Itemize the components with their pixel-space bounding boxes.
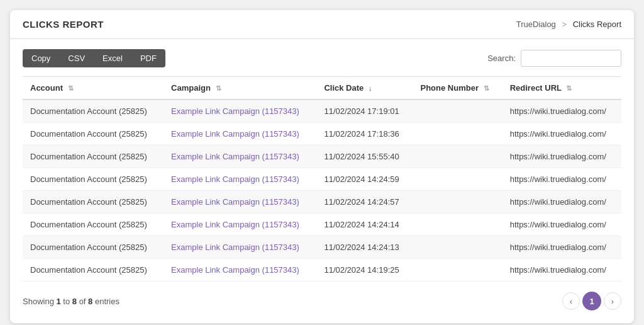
pagination: ‹ 1 ›: [562, 292, 621, 311]
cell-phone_number: [413, 236, 502, 259]
export-buttons: Copy CSV Excel PDF: [23, 49, 165, 67]
col-phone-number-label: Phone Number: [420, 83, 478, 93]
col-redirect-url[interactable]: Redirect URL ⇅: [502, 77, 621, 100]
search-input[interactable]: [521, 50, 621, 67]
breadcrumb-root: TrueDialog: [516, 20, 556, 29]
page-title: CLICKS REPORT: [23, 19, 104, 30]
table-body: Documentation Account (25825)Example Lin…: [23, 100, 621, 282]
cell-account: Documentation Account (25825): [23, 236, 164, 259]
cell-click_date: 11/02/2024 14:24:59: [316, 168, 413, 191]
cell-campaign: Example Link Campaign (1157343): [164, 191, 316, 214]
sort-icon-click-date: ↓: [369, 84, 372, 92]
cell-phone_number: [413, 191, 502, 214]
cell-click_date: 11/02/2024 15:55:40: [316, 145, 413, 168]
cell-redirect_url: https://wiki.truedialog.com/: [502, 145, 621, 168]
cell-click_date: 11/02/2024 17:18:36: [316, 123, 413, 145]
excel-button[interactable]: Excel: [94, 49, 131, 67]
prev-page-button[interactable]: ‹: [562, 292, 580, 310]
col-click-date[interactable]: Click Date ↓: [316, 77, 413, 100]
sort-icon-campaign: ⇅: [216, 84, 221, 93]
cell-phone_number: [413, 168, 502, 191]
sort-icon-phone: ⇅: [484, 84, 489, 93]
breadcrumb-current: Clicks Report: [573, 20, 621, 29]
cell-click_date: 11/02/2024 14:24:13: [316, 236, 413, 259]
col-account-label: Account: [30, 83, 63, 93]
cell-redirect_url: https://wiki.truedialog.com/: [502, 100, 621, 123]
cell-account: Documentation Account (25825): [23, 123, 164, 145]
table-row: Documentation Account (25825)Example Lin…: [23, 214, 621, 236]
data-table: Account ⇅ Campaign ⇅ Click Date ↓ Phone …: [23, 76, 621, 282]
cell-phone_number: [413, 259, 502, 282]
cell-account: Documentation Account (25825): [23, 100, 164, 123]
page-1-button[interactable]: 1: [582, 292, 601, 311]
cell-campaign: Example Link Campaign (1157343): [164, 145, 316, 168]
cell-redirect_url: https://wiki.truedialog.com/: [502, 236, 621, 259]
cell-click_date: 11/02/2024 14:19:25: [316, 259, 413, 282]
cell-phone_number: [413, 214, 502, 236]
cell-campaign: Example Link Campaign (1157343): [164, 168, 316, 191]
page-header: CLICKS REPORT TrueDialog > Clicks Report: [10, 10, 634, 39]
cell-phone_number: [413, 145, 502, 168]
col-campaign[interactable]: Campaign ⇅: [164, 77, 316, 100]
cell-redirect_url: https://wiki.truedialog.com/: [502, 214, 621, 236]
table-row: Documentation Account (25825)Example Lin…: [23, 145, 621, 168]
col-redirect-url-label: Redirect URL: [510, 83, 562, 93]
table-header-row: Account ⇅ Campaign ⇅ Click Date ↓ Phone …: [23, 77, 621, 100]
col-click-date-label: Click Date: [324, 83, 364, 93]
breadcrumb: TrueDialog > Clicks Report: [516, 20, 621, 29]
table-row: Documentation Account (25825)Example Lin…: [23, 123, 621, 145]
search-area: Search:: [487, 50, 621, 67]
toolbar-row: Copy CSV Excel PDF Search:: [23, 49, 621, 67]
cell-account: Documentation Account (25825): [23, 214, 164, 236]
cell-redirect_url: https://wiki.truedialog.com/: [502, 191, 621, 214]
cell-account: Documentation Account (25825): [23, 191, 164, 214]
table-row: Documentation Account (25825)Example Lin…: [23, 236, 621, 259]
search-label: Search:: [487, 54, 516, 63]
sort-icon-account: ⇅: [68, 84, 74, 93]
sort-icon-redirect: ⇅: [566, 84, 572, 93]
table-row: Documentation Account (25825)Example Lin…: [23, 100, 621, 123]
breadcrumb-separator: >: [562, 20, 567, 29]
cell-account: Documentation Account (25825): [23, 168, 164, 191]
table-row: Documentation Account (25825)Example Lin…: [23, 259, 621, 282]
showing-text: Showing 1 to 8 of 8 entries: [23, 297, 119, 306]
cell-click_date: 11/02/2024 14:24:57: [316, 191, 413, 214]
cell-click_date: 11/02/2024 17:19:01: [316, 100, 413, 123]
cell-campaign: Example Link Campaign (1157343): [164, 100, 316, 123]
cell-account: Documentation Account (25825): [23, 145, 164, 168]
copy-button[interactable]: Copy: [23, 49, 59, 67]
page-container: CLICKS REPORT TrueDialog > Clicks Report…: [10, 10, 634, 323]
next-page-button[interactable]: ›: [604, 292, 621, 310]
cell-phone_number: [413, 123, 502, 145]
showing-total: 8: [88, 297, 92, 306]
showing-from: 1: [56, 297, 60, 306]
table-row: Documentation Account (25825)Example Lin…: [23, 168, 621, 191]
col-campaign-label: Campaign: [171, 83, 211, 93]
cell-campaign: Example Link Campaign (1157343): [164, 123, 316, 145]
cell-phone_number: [413, 100, 502, 123]
showing-to: 8: [72, 297, 77, 306]
cell-redirect_url: https://wiki.truedialog.com/: [502, 123, 621, 145]
pdf-button[interactable]: PDF: [131, 49, 165, 67]
cell-click_date: 11/02/2024 14:24:14: [316, 214, 413, 236]
table-row: Documentation Account (25825)Example Lin…: [23, 191, 621, 214]
col-account[interactable]: Account ⇅: [23, 77, 164, 100]
col-phone-number[interactable]: Phone Number ⇅: [413, 77, 502, 100]
content-area: Copy CSV Excel PDF Search: Account ⇅: [10, 39, 634, 323]
cell-redirect_url: https://wiki.truedialog.com/: [502, 168, 621, 191]
cell-campaign: Example Link Campaign (1157343): [164, 214, 316, 236]
showing-suffix: entries: [95, 297, 119, 306]
cell-campaign: Example Link Campaign (1157343): [164, 259, 316, 282]
table-footer: Showing 1 to 8 of 8 entries ‹ 1 ›: [23, 292, 621, 311]
cell-redirect_url: https://wiki.truedialog.com/: [502, 259, 621, 282]
cell-account: Documentation Account (25825): [23, 259, 164, 282]
cell-campaign: Example Link Campaign (1157343): [164, 236, 316, 259]
csv-button[interactable]: CSV: [59, 49, 94, 67]
